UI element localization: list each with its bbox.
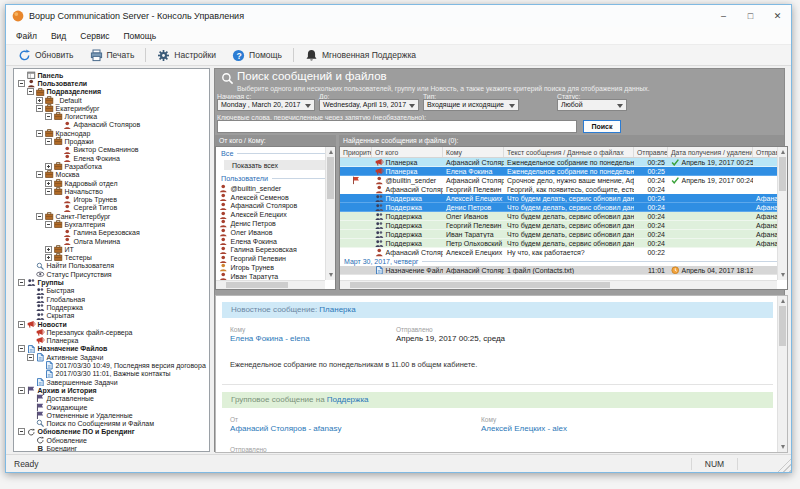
tree-expander-icon[interactable] [45,254,52,261]
tree-item[interactable]: Краснодар [14,129,209,137]
tree-item[interactable]: Архив и История [14,386,209,394]
tree-expander-icon[interactable] [45,246,52,253]
tree-item[interactable]: Подразделения [14,88,209,96]
tree-expander-icon[interactable] [27,354,34,361]
tree-item[interactable]: BБрендинг [14,444,209,452]
message-row[interactable]: ПоддержкаПетр ОльховскийЧто будем делать… [340,239,787,248]
tree-item[interactable]: _Default [14,96,209,104]
close-button[interactable]: ✕ [764,5,791,27]
column-header-0[interactable]: Приоритет [340,147,372,157]
tree-expander-icon[interactable] [45,163,52,170]
menu-item-3[interactable]: Помощь [116,29,163,43]
tree-expander-icon[interactable] [18,387,25,394]
status-select[interactable]: Любой [557,99,627,111]
group-to-value[interactable]: Алексей Елецких - alex [481,424,567,433]
tree-expander-icon[interactable] [36,213,43,220]
tree-item[interactable]: Группы [14,278,209,286]
detail-vertical-scrollbar[interactable] [777,296,787,452]
people-vertical-scrollbar[interactable] [325,147,335,280]
toolbar-button-2[interactable]: Настройки [149,46,224,64]
people-list-item[interactable]: Галина Березовская [216,246,335,255]
tree-item[interactable]: Начальство [14,187,209,195]
tree-item[interactable]: Пользователи [14,79,209,87]
tree-item[interactable]: Афанасий Столяров [14,121,209,129]
tree-item[interactable]: Найти Пользователя [14,262,209,270]
tree-item[interactable]: Ольга Минина [14,237,209,245]
toolbar-button-0[interactable]: Обновить [10,46,82,64]
tree-expander-icon[interactable] [45,180,52,187]
tree-expander-icon[interactable] [27,88,34,95]
tree-item[interactable]: 2017/03/30 10:49, Последняя версия догов… [14,361,209,369]
tree-item[interactable]: Планерка [14,337,209,345]
tree-item[interactable]: Активные Задачи [14,353,209,361]
tree-item[interactable]: Обновление [14,436,209,444]
tree-expander-icon[interactable] [18,80,25,87]
toolbar-button-1[interactable]: Печать [82,46,143,64]
tree-item[interactable]: Глобальная [14,295,209,303]
tree-item[interactable]: Доставленные [14,395,209,403]
minimize-button[interactable]: – [710,5,737,27]
tree-item[interactable]: Ожидающие [14,403,209,411]
tree-item[interactable]: Скрытая [14,312,209,320]
type-select[interactable]: Входящие и исходящие [423,99,519,111]
tree-item[interactable]: Санкт-Петербург [14,212,209,220]
tree-expander-icon[interactable] [45,113,52,120]
message-row[interactable]: ПоддержкаАлексей ЕлецкихЧто будем делать… [340,194,787,203]
message-row[interactable]: ПоддержкаОлег ИвановЧто будем делать, се… [340,212,787,221]
tree-item[interactable]: Тестеры [14,254,209,262]
tree-item[interactable]: Перезапуск файл-сервера [14,328,209,336]
people-list-item[interactable]: Денис Петров [216,219,335,228]
tree-item[interactable]: Москва [14,171,209,179]
maximize-button[interactable]: □ [737,5,764,27]
menu-item-0[interactable]: Файл [9,29,44,43]
tree-item[interactable]: 2017/03/30 11:01, Важные контакты [14,370,209,378]
tree-item[interactable]: Разработка [14,162,209,170]
tree-item[interactable]: Сергей Титов [14,204,209,212]
tree-item[interactable]: Статус Присутствия [14,270,209,278]
message-row[interactable]: ПоддержкаГеоргий ПелевинЧто будем делать… [340,221,787,230]
column-header-3[interactable]: Текст сообщения / Данные о файлах [504,147,634,157]
tree-expander-icon[interactable] [45,221,52,228]
people-list-item[interactable]: Георгий Пелевин [216,254,335,263]
message-row[interactable]: ПоддержкаДенис ПетровЧто будем делать, с… [340,203,787,212]
group-from-value[interactable]: Афанасий Столяров - afanasy [230,424,341,433]
results-horizontal-scrollbar[interactable] [340,280,777,289]
people-list-item[interactable]: Афанасий Столяров [216,202,335,211]
tree-expander-icon[interactable] [18,321,25,328]
tree-item[interactable]: Продажи [14,137,209,145]
menu-item-1[interactable]: Вид [44,29,73,43]
group-header-link[interactable]: Поддержка [327,395,369,404]
people-list-item[interactable]: Елена Фокина [216,237,335,246]
people-list-item[interactable]: Алексей Семенов [216,193,335,202]
date-from-picker[interactable]: Monday , March 20, 2017 [217,99,315,111]
tree-item[interactable]: Поиск по Сообщениям и Файлам [14,419,209,427]
people-horizontal-scrollbar[interactable] [216,280,325,289]
tree-item[interactable]: Назначение Файлов [14,345,209,353]
people-list-item[interactable]: @builtin_sender [216,184,335,193]
people-list-item[interactable]: Игорь Трунев [216,263,335,272]
message-row[interactable]: Афанасий СтоляровАлексей ЕлецкихНу что, … [340,248,787,257]
tree-expander-icon[interactable] [18,279,25,286]
tree-item[interactable]: Галина Березовская [14,229,209,237]
tree-expander-icon[interactable] [36,97,43,104]
tree-item[interactable]: Обновление ПО и Брендинг [14,428,209,436]
people-list-item[interactable]: Алексей Елецких [216,210,335,219]
tree-expander-icon[interactable] [45,138,52,145]
toolbar-button-4[interactable]: Мгновенная Поддержка [297,46,424,64]
message-row[interactable]: ПоддержкаИван ТаратутаЧто будем делать, … [340,230,787,239]
tree-expander-icon[interactable] [36,171,43,178]
tree-item[interactable]: Новости [14,320,209,328]
tree-expander-icon[interactable] [36,105,43,112]
column-header-4[interactable]: Отправлено [634,147,668,157]
column-header-6[interactable]: Отправитель [753,147,779,157]
message-row[interactable]: ПланеркаЕлена ФокинаЕженедельное собрани… [340,167,787,176]
tree-item[interactable]: Логистика [14,112,209,120]
tree-item[interactable]: Бухгалтерия [14,220,209,228]
message-row[interactable]: @builtin_senderАфанасий СтоляровСрочное … [340,176,787,185]
news-header-link[interactable]: Планерка [319,305,355,314]
tree-item[interactable]: Завершенные Задачи [14,378,209,386]
column-header-5[interactable]: Дата получения / удаления [668,147,753,157]
column-header-1[interactable]: От кого [372,147,443,157]
results-vertical-scrollbar[interactable] [777,147,787,280]
people-list-item[interactable]: Олег Иванов [216,228,335,237]
